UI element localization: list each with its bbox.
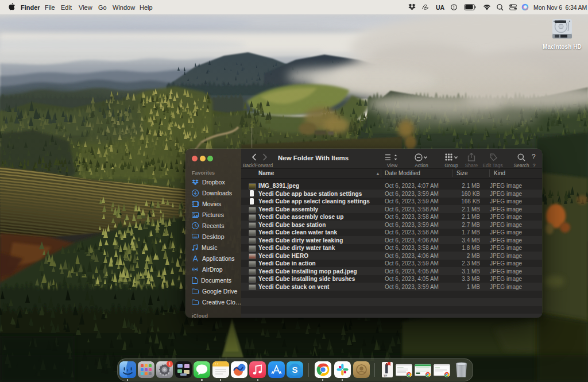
svg-text:DF: DF [384,375,388,377]
svg-text:1: 1 [169,361,171,366]
svg-text:S: S [292,365,297,375]
